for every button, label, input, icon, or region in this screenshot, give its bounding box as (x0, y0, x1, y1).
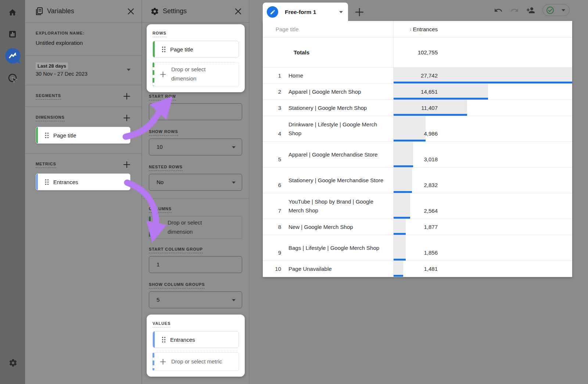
table-row[interactable]: 7YouTube | Shop by Brand | Google Merch … (263, 193, 572, 219)
drag-handle-icon[interactable] (162, 337, 166, 343)
chevron-down-icon (127, 69, 130, 71)
home-icon[interactable] (8, 8, 17, 17)
table-row[interactable]: 1Home27,742 (263, 68, 572, 84)
row-value: 1,481 (394, 266, 438, 272)
values-drop-zone[interactable]: Drop or select metric (153, 352, 239, 371)
drop-zone-text: Drop or select metric (171, 357, 222, 366)
row-value: 11,407 (394, 105, 438, 111)
row-value-cell: 1,481 (393, 261, 572, 277)
dimension-chip-page-title[interactable]: Page title (36, 127, 130, 144)
add-dimension-icon[interactable] (123, 114, 130, 122)
redo-icon[interactable] (510, 6, 519, 15)
settings-title: Settings (163, 7, 234, 15)
columns-group: COLUMNS Drop or select dimension (149, 205, 242, 239)
table-row[interactable]: 8New | Google Merch Shop1,877 (263, 219, 572, 235)
explore-icon[interactable] (4, 47, 21, 64)
add-segment-icon[interactable] (123, 93, 130, 100)
table-row[interactable]: 2Apparel | Google Merch Shop14,651 (263, 84, 572, 100)
start-row-label: START ROW (149, 94, 176, 100)
exploration-name-label: EXPLORATION NAME: (36, 31, 85, 37)
add-metric-icon[interactable] (123, 161, 130, 168)
value-bar-underline (394, 82, 572, 83)
show-column-groups-select[interactable]: 5 (149, 291, 242, 308)
row-rank: 10 (263, 261, 281, 277)
row-value-cell: 1,856 (393, 235, 572, 261)
drop-zone-edge (153, 62, 154, 86)
show-column-groups-group: SHOW COLUMN GROUPS 5 (149, 281, 242, 308)
nested-rows-label: NESTED ROWS (149, 165, 183, 171)
settings-panel-header: Settings (142, 0, 249, 23)
drag-handle-icon[interactable] (162, 46, 166, 53)
date-range-selector[interactable]: Last 28 days 30 Nov - 27 Dec 2023 (25, 56, 141, 85)
chip-color-edge (153, 41, 155, 57)
segments-section: SEGMENTS (25, 85, 141, 107)
drop-zone-text: Drop or select dimension (171, 65, 226, 83)
tab-free-form-1[interactable]: Free-form 1 (263, 3, 348, 21)
rows-drop-zone[interactable]: Drop or select dimension (153, 62, 239, 86)
rows-chip-page-title[interactable]: Page title (153, 41, 239, 58)
table-row[interactable]: 5Apparel | Google Merchandise Store3,018 (263, 142, 572, 168)
start-row-input[interactable]: 1 (149, 103, 242, 120)
table-body: 1Home27,7422Apparel | Google Merch Shop1… (263, 68, 572, 277)
plus-icon (355, 7, 364, 17)
row-rank: 9 (263, 235, 281, 261)
column-header-label: Entrances (413, 26, 438, 32)
chevron-down-icon (562, 9, 565, 11)
show-column-groups-label: SHOW COLUMN GROUPS (149, 282, 205, 288)
row-rank: 2 (263, 84, 281, 100)
chevron-down-icon (232, 182, 236, 184)
table-row[interactable]: 3Stationery | Google Merch Shop11,407 (263, 100, 572, 116)
table-row[interactable]: 6Stationery | Google Merchandise Store2,… (263, 168, 572, 193)
save-status-button[interactable] (542, 4, 570, 16)
columns-label: COLUMNS (149, 207, 172, 213)
values-label: VALUES (153, 321, 171, 327)
nested-rows-select[interactable]: No (149, 174, 242, 191)
exploration-name-value[interactable]: Untitled exploration (36, 40, 130, 46)
close-variables-icon[interactable] (127, 7, 135, 15)
add-tab-button[interactable] (353, 6, 366, 18)
row-value: 27,742 (394, 72, 438, 79)
drop-zone-edge (153, 353, 154, 370)
chip-color-edge (153, 331, 155, 348)
value-bar-underline (394, 98, 488, 100)
row-page-title: Page Unavailable (281, 261, 393, 277)
row-page-title: YouTube | Shop by Brand | Google Merch S… (281, 193, 393, 219)
start-column-group: START COLUMN GROUP 1 (149, 245, 242, 273)
drop-zone-text: Drop or select dimension (168, 218, 223, 237)
undo-icon[interactable] (494, 6, 503, 15)
values-settings-card: VALUES Entrances Drop or select metric (147, 315, 245, 377)
variables-panel-header: Variables (25, 0, 141, 23)
chip-color-edge (36, 127, 38, 143)
values-chip-entrances[interactable]: Entrances (153, 331, 239, 348)
row-value: 14,651 (394, 89, 438, 95)
value-bar-underline (394, 275, 403, 277)
close-settings-icon[interactable] (234, 7, 242, 15)
share-users-icon[interactable] (526, 6, 535, 15)
metric-chip-entrances[interactable]: Entrances (36, 173, 130, 190)
variables-title: Variables (47, 7, 127, 15)
gear-icon[interactable] (8, 358, 17, 367)
table-row[interactable]: 9Bags | Lifestyle | Google Merch Shop1,8… (263, 235, 572, 261)
chevron-down-icon[interactable] (339, 11, 343, 13)
main-area: Free-form 1 Page title ↓ Entrances (250, 0, 588, 384)
settings-gear-icon (150, 7, 159, 16)
start-column-group-input[interactable]: 1 (149, 256, 242, 273)
drag-handle-icon[interactable] (45, 179, 49, 185)
settings-panel: Settings ROWS Page title Drop or select … (142, 0, 249, 384)
advertising-icon[interactable] (8, 73, 18, 83)
column-header-page-title[interactable]: Page title (263, 26, 393, 32)
row-page-title: Apparel | Google Merch Shop (281, 84, 393, 100)
columns-drop-zone[interactable]: Drop or select dimension (149, 216, 242, 239)
row-rank: 7 (263, 193, 281, 219)
column-header-entrances[interactable]: ↓ Entrances (393, 21, 572, 37)
reports-icon[interactable] (8, 30, 17, 39)
settings-divider (142, 198, 249, 199)
show-rows-select[interactable]: 10 (149, 139, 242, 155)
table-row[interactable]: 4Drinkware | Lifestyle | Google Merch Sh… (263, 116, 572, 142)
table-row[interactable]: 10Page Unavailable1,481 (263, 261, 572, 277)
start-row-group: START ROW 1 (149, 93, 242, 120)
row-rank: 8 (263, 219, 281, 235)
plus-icon (160, 359, 166, 365)
value-bar-underline (394, 140, 426, 141)
drag-handle-icon[interactable] (45, 132, 49, 139)
